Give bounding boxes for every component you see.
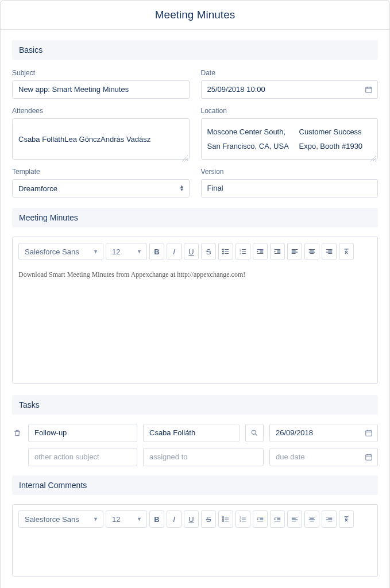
align-right-button[interactable] <box>322 510 337 528</box>
italic-button[interactable]: I <box>167 243 182 260</box>
font-family-value: Salesforce Sans <box>25 247 79 256</box>
rte-toolbar: Salesforce Sans ▼ 12 ▼ B I U S 123 <box>18 510 372 528</box>
svg-point-10 <box>222 517 223 518</box>
font-family-select[interactable]: Salesforce Sans ▼ <box>18 243 103 260</box>
chevron-down-icon: ▼ <box>137 249 142 254</box>
outdent-button[interactable] <box>253 510 268 528</box>
svg-point-1 <box>222 249 223 250</box>
svg-rect-0 <box>366 87 372 92</box>
bold-button[interactable]: B <box>149 510 164 528</box>
task-due-date-input[interactable]: due date <box>269 448 378 466</box>
svg-point-2 <box>222 251 223 252</box>
task-subject-input[interactable]: other action subject <box>28 448 137 466</box>
attendees-textarea[interactable]: Csaba Folláth Lea Göncz András Vadász <box>12 118 190 160</box>
page-title: Meeting Minutes <box>1 1 389 30</box>
clear-format-button[interactable] <box>339 510 354 528</box>
underline-button[interactable]: U <box>184 510 199 528</box>
chevron-down-icon: ▼ <box>93 516 98 522</box>
date-value: 25/09/2018 10:00 <box>207 80 265 99</box>
calendar-icon <box>365 429 373 437</box>
location-line: Customer Success Expo, Booth #1930 <box>299 125 372 153</box>
chevron-down-icon: ▼ <box>137 516 142 522</box>
font-size-value: 12 <box>112 515 120 524</box>
label-subject: Subject <box>12 69 190 77</box>
task-due-date-placeholder: due date <box>276 448 305 466</box>
internal-comments-textarea[interactable] <box>18 536 372 570</box>
svg-point-12 <box>222 521 223 522</box>
subject-input[interactable]: New app: Smart Meeting Minutes <box>12 80 190 99</box>
label-date: Date <box>201 69 379 77</box>
lookup-button[interactable] <box>245 424 264 442</box>
underline-button[interactable]: U <box>184 243 199 260</box>
version-input[interactable]: Final <box>201 179 379 198</box>
section-header-minutes: Meeting Minutes <box>12 208 378 227</box>
svg-point-7 <box>252 430 256 434</box>
svg-text:3: 3 <box>240 253 241 255</box>
indent-button[interactable] <box>270 243 285 260</box>
svg-point-11 <box>222 519 223 520</box>
attendee-item: Lea Göncz <box>64 133 101 147</box>
numbered-list-button[interactable]: 123 <box>235 510 250 528</box>
resize-handle-icon <box>370 152 376 158</box>
align-center-button[interactable] <box>304 510 319 528</box>
label-attendees: Attendees <box>12 107 190 115</box>
align-right-button[interactable] <box>322 243 337 260</box>
attendee-item: András Vadász <box>101 133 150 147</box>
template-select[interactable]: Dreamforce ▲▼ <box>12 179 190 198</box>
meeting-minutes-editor: Salesforce Sans ▼ 12 ▼ B I U S 123 <box>12 237 378 384</box>
search-icon <box>250 429 258 437</box>
resize-handle-icon <box>182 152 188 158</box>
align-center-button[interactable] <box>304 243 319 260</box>
meeting-minutes-textarea[interactable]: Download Smart Meeting Minutes from Appe… <box>18 268 372 377</box>
label-version: Version <box>201 168 379 176</box>
strikethrough-button[interactable]: S <box>201 243 216 260</box>
outdent-button[interactable] <box>253 243 268 260</box>
task-due-date-input[interactable]: 26/09/2018 <box>269 424 378 442</box>
italic-button[interactable]: I <box>167 510 182 528</box>
task-due-date-value: 26/09/2018 <box>276 424 313 442</box>
chevron-down-icon: ▼ <box>93 249 98 254</box>
strikethrough-button[interactable]: S <box>201 510 216 528</box>
task-row: other action subject assigned to due dat… <box>12 448 378 466</box>
clear-format-button[interactable] <box>339 243 354 260</box>
font-family-select[interactable]: Salesforce Sans ▼ <box>18 510 103 528</box>
bullet-list-button[interactable] <box>218 243 233 260</box>
location-line: Moscone Center South, San Francisco, CA,… <box>207 125 299 153</box>
template-value: Dreamforce <box>18 184 57 193</box>
font-size-select[interactable]: 12 ▼ <box>106 243 147 260</box>
stepper-icon: ▲▼ <box>180 185 184 192</box>
attendee-item: Csaba Folláth <box>18 133 64 147</box>
section-header-internal-comments: Internal Comments <box>12 475 378 495</box>
trash-icon[interactable] <box>13 429 21 437</box>
internal-comments-editor: Salesforce Sans ▼ 12 ▼ B I U S 123 <box>12 504 378 577</box>
font-family-value: Salesforce Sans <box>25 515 79 524</box>
align-left-button[interactable] <box>287 243 302 260</box>
font-size-select[interactable]: 12 ▼ <box>106 510 147 528</box>
task-subject-input[interactable]: Follow-up <box>28 424 137 442</box>
task-row: Follow-up Csaba Folláth 26/09/2018 <box>12 424 378 442</box>
label-template: Template <box>12 168 190 176</box>
svg-rect-8 <box>366 431 372 436</box>
label-location: Location <box>201 107 379 115</box>
indent-button[interactable] <box>270 510 285 528</box>
section-header-basics: Basics <box>12 40 378 60</box>
font-size-value: 12 <box>112 247 120 256</box>
svg-rect-9 <box>366 455 372 460</box>
calendar-icon <box>365 453 373 461</box>
bold-button[interactable]: B <box>149 243 164 260</box>
date-input[interactable]: 25/09/2018 10:00 <box>201 80 379 99</box>
align-left-button[interactable] <box>287 510 302 528</box>
task-assigned-input[interactable]: assigned to <box>143 448 264 466</box>
svg-text:3: 3 <box>240 520 241 523</box>
rte-toolbar: Salesforce Sans ▼ 12 ▼ B I U S 123 <box>18 243 372 260</box>
section-header-tasks: Tasks <box>12 395 378 415</box>
task-assigned-input[interactable]: Csaba Folláth <box>143 424 240 442</box>
bullet-list-button[interactable] <box>218 510 233 528</box>
calendar-icon <box>365 86 373 94</box>
location-textarea[interactable]: Moscone Center South, San Francisco, CA,… <box>201 118 379 160</box>
numbered-list-button[interactable]: 123 <box>235 243 250 260</box>
svg-point-3 <box>222 253 223 254</box>
